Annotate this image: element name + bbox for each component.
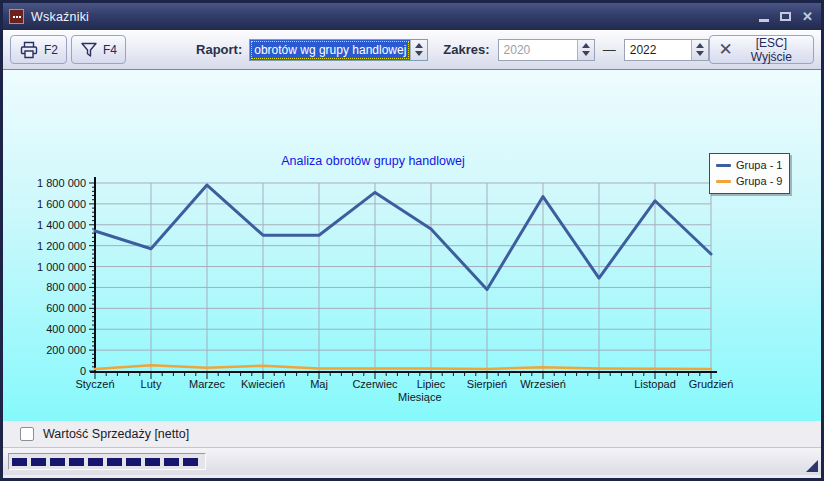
svg-text:Luty: Luty — [141, 378, 162, 390]
svg-text:400 000: 400 000 — [46, 323, 86, 335]
svg-text:0: 0 — [80, 365, 86, 377]
progress-bar — [8, 453, 206, 470]
netto-checkbox-label: Wartość Sprzedaży [netto] — [43, 427, 189, 441]
svg-text:800 000: 800 000 — [46, 281, 86, 293]
legend-item: Grupa - 1 — [716, 157, 782, 173]
svg-text:Marzec: Marzec — [189, 378, 226, 390]
chart-canvas: 0200 000400 000600 000800 0001 000 0001 … — [3, 70, 821, 421]
report-label: Raport: — [196, 42, 242, 57]
progress-block — [145, 458, 160, 466]
close-icon[interactable]: ✕ — [802, 10, 813, 23]
minimize-icon[interactable] — [759, 19, 769, 22]
legend-item: Grupa - 9 — [716, 173, 782, 189]
svg-text:Styczeń: Styczeń — [75, 378, 114, 390]
maximize-icon[interactable] — [780, 12, 791, 21]
filter-button[interactable]: F4 — [71, 35, 126, 64]
filter-icon — [80, 41, 98, 59]
svg-text:Kwiecień: Kwiecień — [241, 378, 285, 390]
report-dropdown-spinner[interactable] — [410, 40, 427, 60]
report-dropdown-value: obrotów wg grupy handlowej — [250, 40, 410, 60]
progress-block — [12, 458, 27, 466]
svg-text:Sierpień: Sierpień — [467, 378, 507, 390]
progress-block — [69, 458, 84, 466]
svg-text:Listopad: Listopad — [634, 378, 676, 390]
svg-text:1 400 000: 1 400 000 — [37, 219, 86, 231]
resize-grip-icon[interactable] — [806, 460, 818, 472]
series-2-swatch — [716, 180, 731, 183]
progress-block — [183, 458, 198, 466]
titlebar: Wskaźniki ✕ — [3, 3, 821, 30]
svg-text:1 800 000: 1 800 000 — [37, 177, 86, 189]
print-button[interactable]: F2 — [10, 35, 67, 64]
print-button-label: F2 — [44, 43, 58, 57]
svg-text:Lipiec: Lipiec — [417, 378, 446, 390]
svg-text:Miesiące: Miesiące — [398, 391, 441, 403]
exit-button-label: [ESC] Wyjście — [738, 36, 805, 64]
range-from-spinner[interactable]: 2020 — [498, 39, 595, 61]
svg-text:Maj: Maj — [310, 378, 328, 390]
range-from-arrows[interactable] — [577, 40, 594, 60]
progress-block — [126, 458, 141, 466]
statusbar — [3, 448, 821, 475]
chart-legend: Grupa - 1 Grupa - 9 — [709, 153, 790, 194]
svg-text:Wrzesień: Wrzesień — [520, 378, 566, 390]
svg-text:Grudzień: Grudzień — [689, 378, 734, 390]
app-window: Wskaźniki ✕ F2 F4 Raport: — [0, 0, 824, 481]
toolbar: F2 F4 Raport: obrotów wg grupy handlowej… — [3, 30, 821, 70]
footer-panel: Wartość Sprzedaży [netto] — [3, 421, 821, 448]
exit-button[interactable]: ✕ [ESC] Wyjście — [709, 35, 814, 64]
svg-text:1 000 000: 1 000 000 — [37, 261, 86, 273]
series-1-swatch — [716, 164, 731, 167]
series-1-label: Grupa - 1 — [736, 157, 782, 173]
exit-x-icon: ✕ — [718, 41, 732, 58]
printer-icon — [19, 41, 39, 59]
progress-block — [107, 458, 122, 466]
range-separator: — — [603, 42, 616, 57]
app-icon — [9, 9, 24, 24]
report-dropdown[interactable]: obrotów wg grupy handlowej — [249, 39, 428, 61]
svg-text:600 000: 600 000 — [46, 302, 86, 314]
series-2-label: Grupa - 9 — [736, 173, 782, 189]
range-to-spinner[interactable]: 2022 — [624, 39, 710, 61]
svg-text:200 000: 200 000 — [46, 344, 86, 356]
progress-block — [31, 458, 46, 466]
progress-block — [164, 458, 179, 466]
progress-block — [50, 458, 65, 466]
range-label: Zakres: — [443, 42, 489, 57]
svg-text:Czerwiec: Czerwiec — [352, 378, 398, 390]
range-from-value: 2020 — [499, 40, 577, 60]
chart-region: Analiza obrotów grupy handlowej 0200 000… — [3, 70, 821, 421]
window-title: Wskaźniki — [31, 10, 89, 24]
filter-button-label: F4 — [103, 43, 117, 57]
range-to-arrows[interactable] — [691, 40, 708, 60]
progress-block — [88, 458, 103, 466]
range-to-value: 2022 — [625, 40, 692, 60]
svg-text:1 600 000: 1 600 000 — [37, 198, 86, 210]
netto-checkbox[interactable] — [20, 427, 34, 441]
svg-text:1 200 000: 1 200 000 — [37, 240, 86, 252]
